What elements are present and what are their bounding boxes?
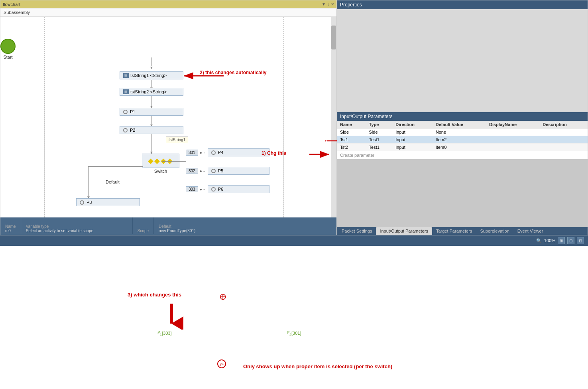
close-icon[interactable]: ✕ (331, 2, 334, 6)
p2-circle (123, 128, 128, 132)
p3-label: P3 (87, 200, 92, 205)
zoom-in-button[interactable]: ⊡ (567, 237, 574, 244)
switch-to-p3-line (88, 166, 88, 196)
row-tst1-dir: Input (392, 136, 432, 144)
tab-event-viewer[interactable]: Event Viewer (513, 227, 547, 235)
p2-label: P2 (130, 128, 135, 132)
start-node: Start (0, 39, 16, 59)
flowchart-title-bar: flowchart ▼ ↓ ✕ (0, 0, 336, 8)
params-gray-area (337, 159, 588, 227)
scrollbar-thumb[interactable] (331, 26, 336, 49)
tststring2-icon: ▤ (123, 89, 129, 94)
var-default-col: Default new EnumType(301) (154, 217, 200, 234)
p1-303-label: ℘1[303] (157, 330, 171, 337)
p5-label: P5 (218, 168, 223, 173)
flowchart-title: flowchart (3, 2, 20, 7)
flowchart-canvas[interactable]: Start ▼ ▤ tstString1 <String> 2) (0, 17, 336, 217)
route-301-row: 301 ●→ P4 (186, 148, 269, 156)
separator-line (283, 17, 284, 217)
p2-301-label: ℘2[301] (287, 330, 301, 337)
tab-packet-settings[interactable]: Packet Settings (338, 227, 376, 235)
main-container: flowchart ▼ ↓ ✕ Subassembly (0, 0, 588, 389)
io-params-thead: Name Type Direction Default Value Displa… (337, 121, 588, 128)
switch-label: Switch (154, 169, 167, 174)
annotation-text-1: 2) this changes automatically (200, 70, 266, 75)
tstString2-node[interactable]: ▤ tstString2 <String> (120, 88, 183, 96)
var-default-value: new EnumType(301) (159, 229, 195, 233)
switch-node[interactable]: ◆◆◆◆ Switch (142, 154, 179, 174)
table-row[interactable]: Tst2 Test1 Input Item0 (337, 144, 588, 151)
pin-icon[interactable]: ▼ (322, 2, 326, 6)
tab-superelevation[interactable]: Superelevation (476, 227, 513, 235)
annotation3-arrow (159, 302, 183, 330)
properties-title: Properties (340, 2, 362, 8)
bottom-note: Only shows up when proper item is select… (243, 363, 392, 369)
p6-circle (211, 187, 216, 192)
p6-bottom-node: ℘₆ (217, 359, 226, 368)
var-scope-col: Scope (133, 217, 154, 234)
flowchart-subtitle: Subassembly (0, 8, 336, 17)
float-icon[interactable]: ↓ (327, 2, 329, 6)
route-302-arrow: ●→ (200, 169, 206, 173)
route-302-row: 302 ●→ P5 (186, 167, 269, 175)
arrow-head-1: ▼ (149, 65, 153, 70)
col-type: Type (366, 121, 393, 128)
switch-left-line (143, 166, 143, 198)
annotation-text-2: 1) Chg this (262, 150, 286, 156)
tstString1-node[interactable]: ▤ tstString1 <String> (120, 71, 183, 79)
arrow-p2-to-switch (151, 134, 151, 152)
start-circle (0, 39, 16, 54)
zoom-out-button[interactable]: ⊟ (577, 237, 584, 244)
var-name-col: Name m0 (0, 217, 21, 234)
row-side-desc (539, 128, 588, 136)
tab-target-params[interactable]: Target Parameters (432, 227, 476, 235)
col-desc: Description (539, 121, 588, 128)
var-name-value: m0 (5, 229, 16, 233)
properties-content: Input/Output Parameters Name Type Direct… (337, 9, 588, 224)
p3-node[interactable]: P3 (76, 198, 140, 206)
switch-diamonds: ◆◆◆◆ (148, 156, 173, 165)
var-default-label: Default (159, 224, 195, 229)
row-tst2-dir: Input (392, 144, 432, 151)
io-params-header-row: Name Type Direction Default Value Displa… (337, 121, 588, 128)
p6-box[interactable]: P6 (208, 185, 269, 193)
tst1-arrow-svg (325, 137, 339, 145)
title-icons: ▼ ↓ ✕ (322, 2, 334, 6)
var-scope-label: Scope (138, 229, 149, 233)
properties-panel: Properties Input/Output Parameters Name … (337, 0, 588, 235)
route-303-row: 303 ●→ P6 (186, 185, 269, 193)
p4-box[interactable]: P4 (208, 148, 269, 156)
io-params-title: Input/Output Parameters (337, 112, 588, 121)
p5-circle (211, 169, 216, 173)
table-row[interactable]: Tst1 Test1 Input Item2 (337, 136, 588, 144)
col-default: Default Value (433, 121, 486, 128)
tab-io-params[interactable]: Input/Output Parameters (376, 227, 432, 235)
row-tst2-display (486, 144, 539, 151)
p2-node[interactable]: P2 (120, 126, 183, 134)
table-row[interactable]: Side Side Input None (337, 128, 588, 136)
row-side-default: None (433, 128, 486, 136)
status-bar: 🔍 100% ⊞ ⊡ ⊟ (0, 235, 588, 246)
p1-circle (123, 110, 128, 114)
create-param[interactable]: Create parameter (337, 151, 588, 159)
io-params-tbody: Side Side Input None Tst1 Test1 Input (337, 128, 588, 151)
row-tst1-desc (539, 136, 588, 144)
start-label: Start (3, 55, 12, 59)
variable-bar: Name m0 Variable type Select an activity… (0, 217, 336, 235)
p4-label: P4 (218, 150, 223, 155)
row-side-type: Side (366, 128, 393, 136)
row-tst1-display (486, 136, 539, 144)
route-301-arrow: ●→ (200, 150, 206, 155)
p5-box[interactable]: P5 (208, 167, 269, 175)
properties-title-bar: Properties (337, 0, 588, 9)
zoom-fit-button[interactable]: ⊞ (558, 237, 565, 244)
p6-bottom-circle: ℘₆ (217, 359, 226, 368)
col-name: Name (337, 121, 366, 128)
switch-right-line (162, 161, 186, 162)
col-displayname: DisplayName (486, 121, 539, 128)
annotation3-label: 3) which changes this (128, 292, 181, 298)
row-tst2-type: Test1 (366, 144, 393, 151)
flowchart-scrollbar[interactable] (331, 17, 336, 217)
row-side-display (486, 128, 539, 136)
p1-node[interactable]: P1 (120, 108, 183, 116)
